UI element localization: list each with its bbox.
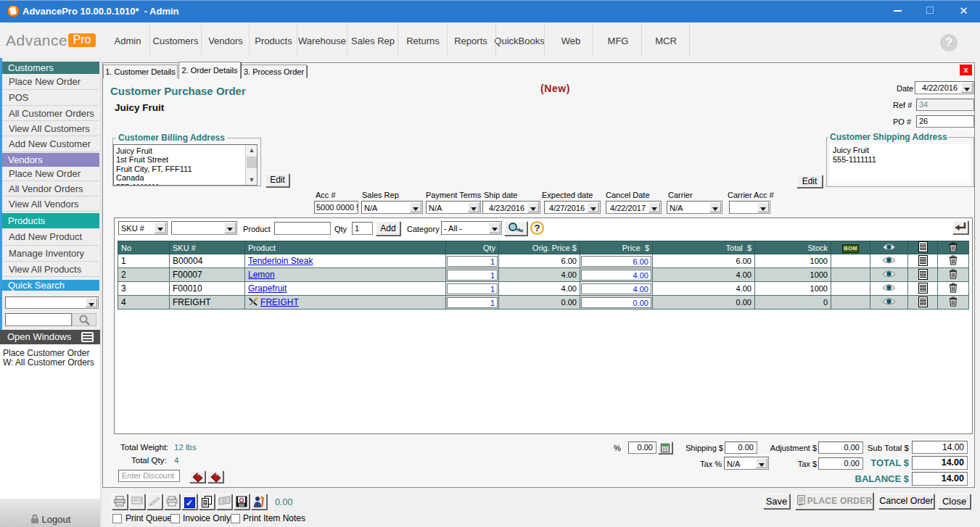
svg-text:Q: Q [239,497,244,504]
